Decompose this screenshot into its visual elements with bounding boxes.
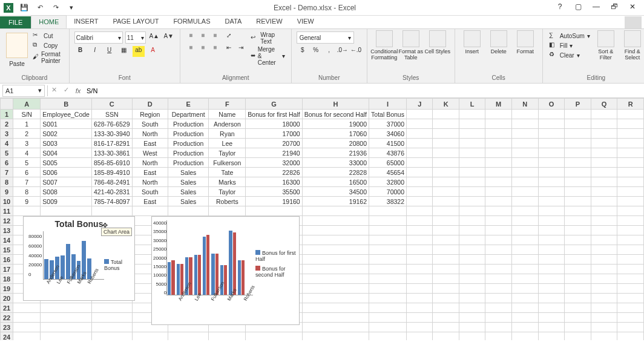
- cell-J12[interactable]: [407, 216, 433, 226]
- cell-Q17[interactable]: [591, 265, 617, 274]
- cell-O16[interactable]: [538, 255, 565, 265]
- cell-O6[interactable]: [538, 158, 565, 168]
- cell-E7[interactable]: Sales: [168, 168, 209, 177]
- cell-C7[interactable]: 185-89-4910: [91, 168, 132, 177]
- close-button[interactable]: ✕: [626, 2, 639, 13]
- cell-E11[interactable]: [168, 206, 209, 216]
- col-header-A[interactable]: A: [13, 99, 41, 110]
- cell-A24[interactable]: [13, 332, 41, 341]
- insert-cells-button[interactable]: Insert: [459, 30, 485, 74]
- cell-L5[interactable]: [459, 148, 485, 158]
- tab-file[interactable]: FILE: [0, 16, 31, 28]
- row-header-20[interactable]: 20: [1, 294, 13, 303]
- cell-A23[interactable]: [13, 323, 41, 332]
- cell-P2[interactable]: [565, 119, 591, 129]
- col-header-G[interactable]: G: [246, 99, 302, 110]
- cell-I12[interactable]: [369, 216, 407, 226]
- chart-bar[interactable]: [44, 259, 48, 279]
- cell-H1[interactable]: Bonus for second Half: [302, 110, 369, 119]
- tab-page-layout[interactable]: PAGE LAYOUT: [105, 15, 166, 28]
- cell-H21[interactable]: [302, 303, 369, 313]
- cell-C8[interactable]: 786-48-2491: [91, 177, 132, 187]
- col-header-O[interactable]: O: [538, 99, 565, 110]
- cell-R12[interactable]: [617, 216, 644, 226]
- cell-G9[interactable]: 35500: [246, 187, 302, 197]
- cell-M2[interactable]: [485, 119, 512, 129]
- cell-I10[interactable]: 38322: [369, 197, 407, 206]
- cell-D8[interactable]: North: [132, 177, 168, 187]
- cell-D24[interactable]: [132, 332, 168, 341]
- cell-N7[interactable]: [512, 168, 539, 177]
- chart-total-bonus[interactable]: Total Bonus ✥ Chart Area 800006000040000…: [23, 216, 135, 301]
- cell-G4[interactable]: 20700: [246, 139, 302, 148]
- col-header-E[interactable]: E: [168, 99, 209, 110]
- cell-H6[interactable]: 33000: [302, 158, 369, 168]
- cell-G2[interactable]: 18000: [246, 119, 302, 129]
- cell-H3[interactable]: 17060: [302, 129, 369, 139]
- fill-button[interactable]: ◧Fill ▾: [548, 41, 591, 50]
- cell-B1[interactable]: Employee_Code: [41, 110, 92, 119]
- cell-J17[interactable]: [407, 265, 433, 274]
- cell-I5[interactable]: 43876: [369, 148, 407, 158]
- cell-H19[interactable]: [302, 284, 369, 294]
- col-header-R[interactable]: R: [617, 99, 644, 110]
- cell-N4[interactable]: [512, 139, 539, 148]
- cell-Q22[interactable]: [591, 313, 617, 323]
- cell-Q1[interactable]: [591, 110, 617, 119]
- chart-bar[interactable]: [66, 244, 70, 280]
- cell-O13[interactable]: [538, 226, 565, 235]
- cell-I3[interactable]: 34060: [369, 129, 407, 139]
- cell-P3[interactable]: [565, 129, 591, 139]
- find-select-button[interactable]: Find & Select: [619, 30, 644, 74]
- row-header-21[interactable]: 21: [1, 303, 13, 313]
- cell-O19[interactable]: [538, 284, 565, 294]
- cell-D9[interactable]: South: [132, 187, 168, 197]
- col-header-P[interactable]: P: [565, 99, 591, 110]
- orientation-icon[interactable]: ⤢: [223, 31, 235, 42]
- cell-H15[interactable]: [302, 245, 369, 255]
- cell-K22[interactable]: [433, 313, 459, 323]
- row-header-14[interactable]: 14: [1, 235, 13, 245]
- align-bottom-icon[interactable]: ≡: [209, 31, 222, 42]
- cell-N24[interactable]: [512, 332, 539, 341]
- align-center-icon[interactable]: ≡: [197, 44, 209, 54]
- cell-E4[interactable]: Production: [168, 139, 209, 148]
- cell-K24[interactable]: [433, 332, 459, 341]
- cell-E2[interactable]: Production: [168, 119, 209, 129]
- col-header-B[interactable]: B: [41, 99, 92, 110]
- cell-Q10[interactable]: [591, 197, 617, 206]
- cell-J8[interactable]: [407, 177, 433, 187]
- cell-C9[interactable]: 421-40-2831: [91, 187, 132, 197]
- fill-color-button[interactable]: ab: [133, 46, 145, 57]
- row-header-10[interactable]: 10: [1, 197, 13, 206]
- cell-J10[interactable]: [407, 197, 433, 206]
- cell-E1[interactable]: Department: [168, 110, 209, 119]
- tab-review[interactable]: REVIEW: [249, 15, 289, 28]
- cell-R19[interactable]: [617, 284, 644, 294]
- cell-N19[interactable]: [512, 284, 539, 294]
- chart-bar[interactable]: [194, 255, 197, 295]
- font-size-select[interactable]: 11▾: [125, 31, 146, 44]
- row-header-16[interactable]: 16: [1, 255, 13, 265]
- cell-C3[interactable]: 133-30-3940: [91, 129, 132, 139]
- cell-M3[interactable]: [485, 129, 512, 139]
- cell-B7[interactable]: S006: [41, 168, 92, 177]
- cell-K7[interactable]: [433, 168, 459, 177]
- cell-H17[interactable]: [302, 265, 369, 274]
- cell-F7[interactable]: Tate: [209, 168, 246, 177]
- cell-P9[interactable]: [565, 187, 591, 197]
- row-header-12[interactable]: 12: [1, 216, 13, 226]
- cell-Q20[interactable]: [591, 294, 617, 303]
- paste-icon[interactable]: [6, 33, 28, 58]
- cell-I21[interactable]: [369, 303, 407, 313]
- cell-E24[interactable]: [168, 332, 209, 341]
- chart-bonus-halves[interactable]: 4000035000300002500020000150001000050000…: [151, 216, 300, 325]
- cell-D6[interactable]: North: [132, 158, 168, 168]
- col-header-I[interactable]: I: [369, 99, 407, 110]
- cell-F11[interactable]: [209, 206, 246, 216]
- cell-R11[interactable]: [617, 206, 644, 216]
- cell-H2[interactable]: 19000: [302, 119, 369, 129]
- cell-L14[interactable]: [459, 235, 485, 245]
- paste-button[interactable]: Paste: [5, 61, 29, 67]
- chart-bar[interactable]: [233, 232, 236, 295]
